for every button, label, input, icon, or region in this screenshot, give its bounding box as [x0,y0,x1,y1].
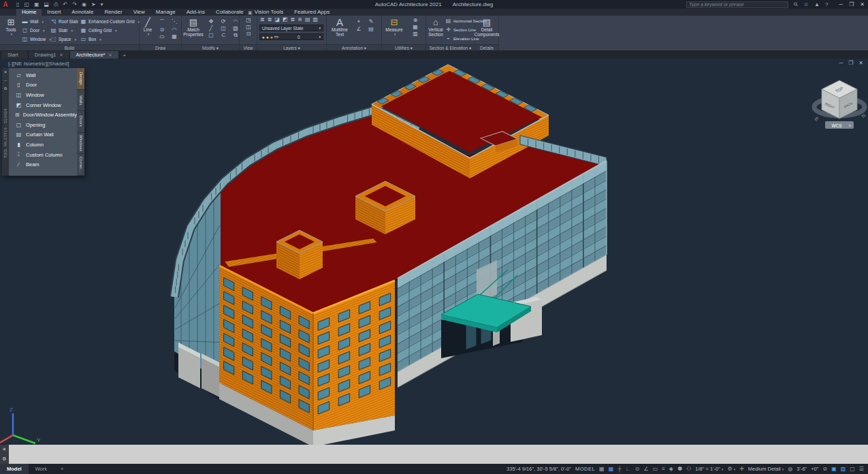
autoscale-icon[interactable]: ⚇ [686,466,691,472]
annotation-tool-icon[interactable]: ▤ [366,26,376,32]
qat-icon[interactable]: ◱ [24,1,29,8]
palette-tool[interactable]: ▢Opening [9,120,77,130]
draw-tool-icon[interactable]: ⋱ [170,18,179,26]
tools-button[interactable]: ⊞ Tools [3,17,19,37]
qat-icon[interactable]: ↶ [63,1,68,8]
palette-tool[interactable]: ▮Column [9,140,77,150]
customization-icon[interactable]: ☰ [859,466,864,472]
modify-tool-icon[interactable]: ✥ [206,18,216,25]
search-icon[interactable]: ⚲ [792,1,800,8]
window-control-button[interactable]: ─ [839,1,843,7]
utility-tool-icon[interactable]: ▥ [411,31,420,37]
model-space-badge[interactable]: MODEL [575,466,595,472]
command-strip-icon[interactable]: ✕ [3,447,7,452]
workspace-icon[interactable]: ⚙ [727,466,735,472]
display-config-icon[interactable]: ◍ [788,466,792,472]
app-logo-icon[interactable]: A [0,0,11,9]
modify-tool-icon[interactable]: ⊂ [219,32,228,39]
snap-mode-icon[interactable]: ▦ [609,466,614,472]
qat-icon[interactable]: ▾ [101,1,103,8]
palette-tab[interactable]: Design [77,68,84,90]
build-tool-button[interactable]: ▭Box [80,35,140,44]
ribbon-tab[interactable]: Featured Apps [289,9,335,16]
ribbon-tab[interactable]: Manage [150,9,181,16]
view-tool-icon[interactable]: ◳ [244,17,253,23]
build-tool-button[interactable]: ⬚Space [50,35,83,44]
view-tool-icon[interactable]: ◫ [244,24,253,30]
layer-tool-icon[interactable]: ▥ [313,16,319,22]
qat-icon[interactable]: ▯ [16,1,19,8]
hardware-acceleration-icon[interactable]: ▨ [841,466,846,472]
palette-tool[interactable]: ◫Window [9,90,77,100]
coordinates[interactable]: 335'-4 9/16", 30'-5 5/8", 0'-0" [507,466,571,472]
compass-east-label[interactable]: E [814,116,820,123]
vertical-section-button[interactable]: ⌂ VerticalSection [427,17,445,37]
display-configuration[interactable]: Medium Detail [748,466,784,472]
draw-tool-icon[interactable]: ▭ [157,33,167,40]
layer-tool-icon[interactable]: ◩ [283,16,288,22]
modify-tool-icon[interactable]: ⧉ [231,32,240,39]
layer-dropdown[interactable]: ●●●▭ 0 ▾ [259,33,323,40]
palette-tool[interactable]: ▤Curtain Wall [9,130,77,140]
layer-tool-icon[interactable]: ≋ [298,16,302,22]
qat-icon[interactable]: ↷ [72,1,77,8]
modify-tool-icon[interactable]: ╱ [206,25,216,31]
build-tool-button[interactable]: ◻Door [22,26,51,35]
panel-label-details[interactable]: Details [475,44,498,50]
multiline-text-button[interactable]: A MultilineText [329,17,350,37]
close-tab-icon[interactable]: ✕ [109,52,112,57]
palette-tool[interactable]: ⊞Door/Window Assembly [9,110,77,120]
file-tab[interactable]: Drawing1✕ [29,51,70,59]
doc-window-control-button[interactable]: ─ [839,60,843,66]
palette-tab[interactable]: Corner... [77,154,84,176]
sign-in-icon[interactable]: ☺ [803,1,809,7]
new-tab-button[interactable]: + [119,52,131,59]
palette-tool[interactable]: ∕Beam [9,159,77,170]
view-tool-icon[interactable]: ⊡ [244,31,253,37]
3d-object-snap-icon[interactable]: ◈ [669,466,673,472]
measure-button[interactable]: ⊟ Measure [385,17,404,37]
palette-tool[interactable]: ▯Door [9,80,77,91]
palette-strip-icon[interactable]: ⇔ [3,78,7,84]
palette-tab[interactable]: Doors [77,111,84,133]
doc-window-control-button[interactable]: ✕ [858,60,863,66]
layer-tool-icon[interactable]: ≣ [291,16,295,22]
modify-tool-icon[interactable]: ⟳ [219,18,228,25]
layer-state-dropdown[interactable]: Unsaved Layer State▾ [259,25,323,31]
qat-icon[interactable]: ⎙ [54,1,58,8]
ribbon-tab[interactable]: Add-ins [181,9,210,16]
layout-tab[interactable]: + [54,464,70,474]
palette-tool[interactable]: ⌶Custom Column [9,150,77,160]
annotation-tool-icon[interactable]: ⌖ [354,18,364,25]
palette-strip-icon[interactable]: ✕ [3,69,7,76]
window-control-button[interactable]: ❐ [849,1,854,7]
crosshair-icon[interactable]: ✛ [739,466,744,472]
command-strip-icon[interactable]: ⚙ [2,456,6,462]
wcs-label[interactable]: WCS [831,123,842,128]
build-tool-button[interactable]: ◹Roof Slab [50,17,83,26]
qat-icon[interactable]: ⬓ [44,1,50,8]
panel-label-layers[interactable]: Layers ▾ [257,44,326,50]
elevation-value[interactable]: +0" [811,466,818,472]
build-tool-button[interactable]: ◫Window [22,35,51,44]
panel-label-build[interactable]: Build [0,44,139,50]
qat-icon[interactable]: ◉ [82,1,86,8]
ribbon-tab[interactable]: Insert [42,9,66,16]
panel-label-section[interactable]: Section & Elevation ▾ [426,44,475,50]
modify-tool-icon[interactable]: ◠ [231,18,240,25]
build-tool-button[interactable]: ▦Enhanced Custom Grid [80,17,140,26]
layout-tab[interactable]: Work [29,464,54,474]
palette-tab[interactable]: Windows [77,133,84,155]
match-properties-button[interactable]: ▤ MatchProperties [183,17,204,37]
polar-tracking-icon[interactable]: ⊙ [635,466,640,472]
annotation-visibility-icon[interactable]: ⚉ [677,466,682,472]
panel-label-modify[interactable]: Modify ▾ [182,44,239,50]
draw-tool-icon[interactable]: ⌒ [157,18,167,26]
grid-display-icon[interactable]: ▦ [599,466,605,472]
draw-tool-icon[interactable]: ◠ [170,27,179,33]
graphics-performance-icon[interactable]: ▣ [831,466,837,472]
qat-icon[interactable]: ➤ [91,1,96,8]
app-store-icon[interactable]: ▲ [814,1,820,7]
layer-tool-icon[interactable]: ◪ [274,16,280,22]
file-tab[interactable]: Start [1,51,29,59]
